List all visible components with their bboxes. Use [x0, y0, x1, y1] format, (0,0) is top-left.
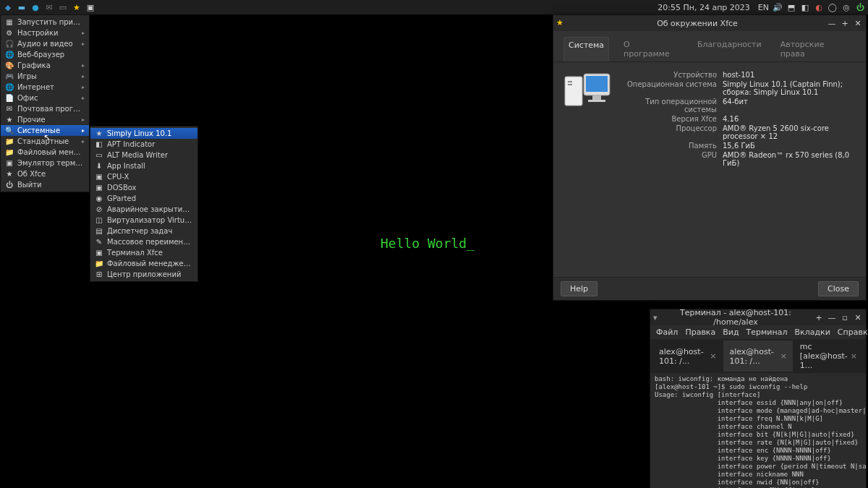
power-icon[interactable]: ⏻ [855, 2, 865, 12]
menu-item[interactable]: 🎮Игры▸ [1, 71, 89, 82]
terminal-icon[interactable]: ▣ [85, 2, 95, 12]
menu-icon: 🎮 [5, 72, 14, 81]
info-value: 4.16 [723, 115, 857, 123]
submenu-label: Терминал Xfce [107, 249, 193, 257]
menu-item[interactable]: 🌐Веб-браузер [1, 49, 89, 60]
menu-item[interactable]: ▦Запустить приложение... [1, 17, 89, 27]
menu-label: Выйти [17, 181, 85, 189]
term-menu-item[interactable]: Вкладки [794, 328, 830, 337]
menu-label: Интернет [17, 83, 78, 91]
terminal-title: Терминал - alex@host-101: /home/alex [660, 308, 811, 327]
arrow-icon: ▸ [82, 40, 85, 47]
submenu-item[interactable]: ⊞Центр приложений [90, 269, 197, 280]
dropdown-icon[interactable]: ▾ [653, 313, 660, 322]
menu-item[interactable]: ★Прочие▸ [1, 114, 89, 125]
submenu-item[interactable]: ▣Терминал Xfce [90, 247, 197, 258]
term-tab[interactable]: alex@host-101: /...× [653, 341, 722, 372]
info-label: Операционная система [623, 80, 717, 96]
menu-item[interactable]: ✉Почтовая программа [1, 103, 89, 114]
tray-icon-4[interactable]: ◯ [827, 2, 838, 12]
term-menu-item[interactable]: Вид [723, 328, 739, 337]
submenu-item[interactable]: ◫Виртуализатор VirtualBox [90, 215, 197, 226]
svg-rect-0 [565, 77, 582, 106]
computer-icon [562, 71, 613, 117]
maximize-button[interactable]: + [840, 18, 850, 28]
menu-item[interactable]: 🔍Системные▸ [1, 125, 89, 136]
close-button-footer[interactable]: Close [818, 281, 859, 296]
about-titlebar[interactable]: ★ Об окружении Xfce — + ✕ [553, 15, 866, 31]
term-tab[interactable]: alex@host-101: /...× [723, 341, 792, 372]
submenu-item[interactable]: ▣CPU-X [90, 171, 197, 182]
browser-icon[interactable]: ● [30, 2, 41, 12]
submenu-item[interactable]: ⬇App Install [90, 160, 197, 171]
term-menu-item[interactable]: Правка [685, 328, 715, 337]
info-value: 64-бит [723, 98, 857, 114]
submenu-item[interactable]: ▤Диспетчер задач [90, 226, 197, 236]
minimize-button[interactable]: — [827, 18, 837, 28]
menu-icon: 📁 [5, 137, 14, 146]
menu-icon: 🎧 [5, 40, 14, 48]
submenu-item[interactable]: 📁Файловый менеджер Thunar [90, 258, 197, 269]
submenu-item[interactable]: ⊘Аварийное закрытие программы [90, 204, 197, 215]
files-icon[interactable]: ▭ [58, 2, 68, 12]
lang-indicator[interactable]: EN [758, 3, 769, 12]
term-menu-item[interactable]: Терминал [746, 328, 788, 337]
volume-icon[interactable]: 🔊 [773, 2, 783, 12]
term-tab[interactable]: mc [alex@host-1...× [794, 341, 863, 372]
about-tab[interactable]: Система [563, 37, 609, 61]
menu-item[interactable]: ▣Эмулятор терминала [1, 158, 89, 168]
submenu-item[interactable]: ◉GParted [90, 193, 197, 204]
system-submenu[interactable]: ★Simply Linux 10.1◧APT Indicator▭ALT Med… [90, 126, 198, 282]
terminal-tabs[interactable]: alex@host-101: /...×alex@host-101: /...×… [650, 339, 866, 373]
submenu-label: GParted [107, 194, 193, 202]
terminal-titlebar[interactable]: ▾ Терминал - alex@host-101: /home/alex +… [650, 309, 866, 325]
star-icon[interactable]: ★ [72, 2, 82, 12]
menu-item[interactable]: ⏻Выйти [1, 179, 89, 190]
submenu-label: Массовое переименование [107, 238, 193, 246]
menu-item[interactable]: 📄Офис▸ [1, 93, 89, 103]
svg-rect-2 [568, 84, 572, 85]
menu-item[interactable]: 📁Стандартные▸ [1, 136, 89, 147]
close-button[interactable]: ✕ [853, 18, 863, 28]
desktop-icon[interactable]: ▬ [17, 2, 27, 12]
menu-icon: 🌐 [5, 51, 14, 59]
terminal-menubar[interactable]: ФайлПравкаВидТерминалВкладкиСправка [650, 325, 866, 339]
menu-icon: 🌐 [5, 83, 14, 92]
help-button[interactable]: Help [561, 281, 597, 296]
about-tab[interactable]: О программе [619, 37, 683, 61]
term-menu-item[interactable]: Справка [838, 328, 868, 337]
menu-item[interactable]: 🌐Интернет▸ [1, 82, 89, 93]
tray-icon-3[interactable]: ◐ [814, 2, 824, 12]
submenu-item[interactable]: ▣DOSBox [90, 182, 197, 193]
menu-item[interactable]: ⚙Настройки▸ [1, 27, 89, 38]
menu-item[interactable]: 📁Файловый менеджер [1, 147, 89, 158]
menu-item[interactable]: 🎧Аудио и видео▸ [1, 38, 89, 49]
app-menu[interactable]: ▦Запустить приложение...⚙Настройки▸🎧Ауди… [0, 14, 90, 192]
term-menu-item[interactable]: Файл [656, 328, 678, 337]
tray-icon-1[interactable]: ⬒ [786, 2, 796, 12]
close-icon[interactable]: × [710, 351, 716, 361]
menu-icon[interactable]: ◆ [3, 2, 13, 12]
menu-label: Запустить приложение... [17, 18, 85, 26]
submenu-item[interactable]: ◧APT Indicator [90, 139, 197, 150]
submenu-item[interactable]: ✎Массовое переименование [90, 236, 197, 247]
about-tab[interactable]: Авторские права [776, 37, 856, 61]
submenu-item[interactable]: ★Simply Linux 10.1 [90, 128, 197, 139]
menu-item[interactable]: 🎨Графика▸ [1, 60, 89, 71]
close-icon[interactable]: × [780, 351, 787, 361]
submenu-item[interactable]: ▭ALT Media Writer [90, 150, 197, 160]
minimize-button[interactable]: — [827, 312, 837, 322]
steam-icon[interactable]: ◎ [841, 2, 851, 12]
mail-icon[interactable]: ✉ [44, 2, 54, 12]
close-icon[interactable]: × [851, 351, 857, 361]
close-button[interactable]: ✕ [853, 312, 863, 322]
menu-label: Файловый менеджер [17, 148, 85, 156]
submenu-icon: ⊞ [95, 270, 103, 279]
info-label: Версия Xfce [623, 115, 717, 123]
maximize-button[interactable]: ▫ [840, 312, 850, 322]
terminal-output[interactable]: bash: iwconfig: команда не найдена [alex… [650, 373, 866, 488]
tray-icon-2[interactable]: ◧ [800, 2, 810, 12]
menu-item[interactable]: ★Об Xfce [1, 168, 89, 179]
about-tab[interactable]: Благодарности [693, 37, 766, 61]
new-tab-button[interactable]: + [814, 312, 824, 322]
